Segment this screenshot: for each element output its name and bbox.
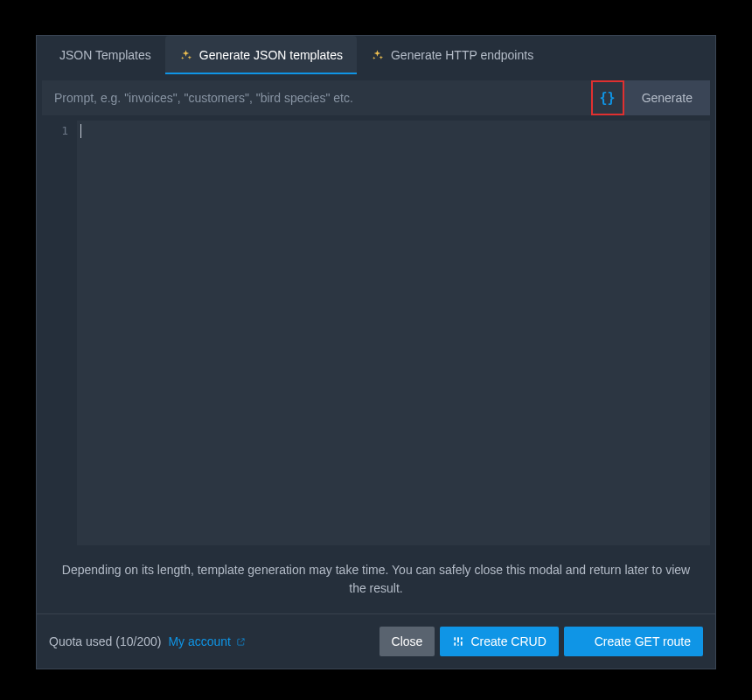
button-label: Create GET route [595, 634, 691, 648]
sparkle-icon [371, 49, 384, 62]
sliders-icon [452, 635, 464, 648]
editor-cursor [80, 124, 81, 138]
modal-dialog: JSON Templates Generate JSON templates G… [36, 35, 716, 669]
create-crud-button[interactable]: Create CRUD [440, 627, 558, 656]
sparkle-icon [179, 49, 192, 62]
code-editor: 1 [42, 121, 710, 545]
tab-generate-json-templates[interactable]: Generate JSON templates [165, 36, 357, 74]
tab-json-templates[interactable]: JSON Templates [45, 36, 165, 74]
editor-gutter: 1 [42, 121, 77, 545]
prompt-input[interactable] [42, 80, 591, 115]
line-number: 1 [42, 124, 68, 137]
account-link-label: My account [168, 634, 231, 648]
my-account-link[interactable]: My account [168, 634, 246, 648]
modal-footer: Quota used (10/200) My account Close Cre… [37, 614, 715, 669]
button-label: Create CRUD [470, 634, 546, 648]
generate-button[interactable]: Generate [624, 80, 710, 115]
close-button[interactable]: Close [379, 627, 435, 656]
external-link-icon [236, 637, 246, 647]
info-text: Depending on its length, template genera… [37, 545, 715, 613]
tab-generate-http-endpoints[interactable]: Generate HTTP endpoints [357, 36, 547, 74]
input-row: {} Generate [37, 75, 715, 115]
editor-body[interactable] [77, 121, 710, 545]
download-icon [576, 635, 588, 648]
tabs-bar: JSON Templates Generate JSON templates G… [37, 36, 715, 75]
tab-label: Generate HTTP endpoints [391, 48, 533, 62]
tab-label: Generate JSON templates [199, 48, 343, 62]
json-object-icon-button[interactable]: {} [591, 80, 624, 115]
quota-text: Quota used (10/200) [49, 634, 161, 648]
tab-label: JSON Templates [59, 48, 151, 62]
braces-icon: {} [600, 90, 616, 106]
create-get-route-button[interactable]: Create GET route [564, 627, 703, 656]
